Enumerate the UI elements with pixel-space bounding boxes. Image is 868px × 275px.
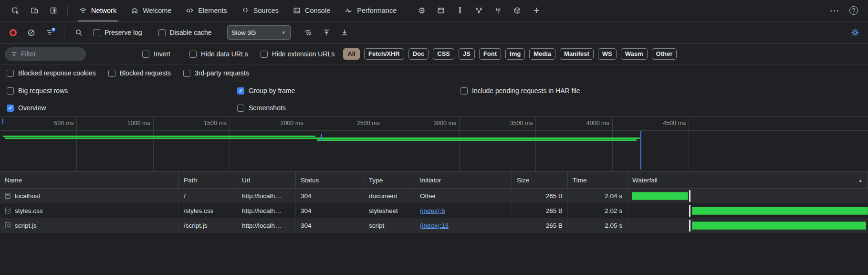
- chevron-down-icon: ▼: [282, 30, 285, 35]
- inspect-element-button[interactable]: [6, 2, 25, 19]
- overview-request-bar: [3, 136, 315, 137]
- overview-tick-label: 3500 ms: [510, 120, 533, 127]
- network-settings-button[interactable]: [851, 28, 859, 37]
- request-type-filters: All Fetch/XHR Doc CSS JS Font Img Media …: [343, 48, 677, 60]
- tab-sources[interactable]: Sources: [234, 0, 286, 21]
- checkbox-big-request-rows[interactable]: Big request rows: [7, 82, 68, 99]
- checkbox-label: Screenshots: [249, 104, 286, 112]
- tab-welcome[interactable]: Welcome: [124, 0, 178, 21]
- filter-input-pill: [5, 47, 86, 61]
- overview-tick-label: 2500 ms: [357, 120, 380, 127]
- overview-tick-label: 1500 ms: [204, 120, 227, 127]
- requests-table-header: Name Path Url Status Type Initiator Size…: [0, 172, 868, 189]
- help-button[interactable]: ?: [844, 2, 863, 19]
- cpu-tool-button[interactable]: [412, 2, 431, 19]
- overview-gridline: [459, 117, 460, 171]
- checkbox-disable-cache[interactable]: Disable cache: [158, 29, 212, 36]
- checkbox-include-pending-har[interactable]: Include pending requests in HAR file: [460, 82, 580, 99]
- tab-elements[interactable]: Elements: [178, 0, 234, 21]
- filter-type-doc[interactable]: Doc: [408, 48, 429, 60]
- checkbox-box: [183, 70, 190, 77]
- waterfall-bar[interactable]: [632, 192, 688, 200]
- app-window-icon: [437, 7, 445, 14]
- request-name-cell: localhost: [0, 189, 179, 203]
- export-har-button[interactable]: [341, 29, 348, 36]
- time-cell: 2.02 s: [568, 203, 627, 218]
- network-conditions-button[interactable]: [304, 29, 312, 36]
- record-network-log-button[interactable]: [10, 29, 17, 36]
- column-header-initiator[interactable]: Initiator: [415, 172, 512, 188]
- filter-input[interactable]: [21, 50, 80, 58]
- waterfall-cell[interactable]: [627, 189, 868, 203]
- waterfall-cell[interactable]: [627, 203, 868, 218]
- filter-type-manifest[interactable]: Manifest: [560, 48, 594, 60]
- filter-type-img[interactable]: Img: [505, 48, 525, 60]
- checkbox-blocked-response-cookies[interactable]: Blocked response cookies: [7, 69, 96, 77]
- filter-type-wasm[interactable]: Wasm: [621, 48, 648, 60]
- initiator-link[interactable]: (index):13: [420, 222, 449, 229]
- table-row-styles-css[interactable]: styles.css /styles.css http://localh… 30…: [0, 203, 868, 218]
- tab-performance[interactable]: Performance: [337, 0, 404, 21]
- overview-tick-label: 4000 ms: [586, 120, 609, 127]
- column-header-url[interactable]: Url: [237, 172, 296, 188]
- checkbox-blocked-requests[interactable]: Blocked requests: [108, 69, 171, 77]
- table-row-localhost[interactable]: localhost / http://localh… 304 document …: [0, 189, 868, 203]
- more-tools-button[interactable]: +: [527, 2, 546, 19]
- filter-type-fetch-xhr[interactable]: Fetch/XHR: [364, 48, 404, 60]
- clear-network-log-button[interactable]: [27, 29, 35, 37]
- filter-type-other[interactable]: Other: [652, 48, 677, 60]
- request-name: script.js: [15, 222, 37, 229]
- column-header-name[interactable]: Name: [0, 172, 179, 188]
- tab-console[interactable]: Console: [286, 0, 337, 21]
- waterfall-bar[interactable]: [692, 222, 866, 230]
- broadcast-tool-button[interactable]: [489, 2, 508, 19]
- customize-devtools-button[interactable]: ⋯: [825, 2, 844, 19]
- checkbox-screenshots[interactable]: Screenshots: [237, 99, 286, 116]
- stylesheet-icon: [4, 207, 11, 214]
- checkbox-3rd-party-requests[interactable]: 3rd-party requests: [183, 69, 249, 77]
- tab-network[interactable]: Network: [72, 0, 124, 21]
- application-tool-button[interactable]: [431, 2, 450, 19]
- filter-type-js[interactable]: JS: [459, 48, 475, 60]
- filter-type-ws[interactable]: WS: [598, 48, 617, 60]
- column-header-status[interactable]: Status: [296, 172, 364, 188]
- filter-toggle-button[interactable]: ✕: [46, 29, 53, 36]
- memory-tool-button[interactable]: [450, 2, 470, 19]
- waterfall-cell[interactable]: [627, 218, 868, 233]
- export-arrow-icon: [341, 29, 348, 36]
- filter-type-css[interactable]: CSS: [433, 48, 454, 60]
- column-header-path[interactable]: Path: [179, 172, 237, 188]
- request-name: styles.css: [15, 207, 43, 214]
- network-overview-timeline[interactable]: 500 ms1000 ms1500 ms2000 ms2500 ms3000 m…: [0, 117, 868, 172]
- checkbox-hide-data-urls[interactable]: Hide data URLs: [189, 50, 248, 58]
- overview-tick-label: 4500 ms: [663, 120, 686, 127]
- initiator-link[interactable]: (index):6: [420, 207, 445, 214]
- import-har-button[interactable]: [323, 29, 330, 36]
- curly-braces-icon: [241, 7, 249, 14]
- checkbox-overview[interactable]: Overview: [7, 99, 46, 116]
- throttling-select[interactable]: Slow 3G ▼: [227, 25, 291, 40]
- search-button[interactable]: [75, 29, 83, 36]
- detached-elements-tool-button[interactable]: [470, 2, 489, 19]
- device-toolbar-button[interactable]: [25, 2, 44, 19]
- column-header-size[interactable]: Size: [512, 172, 568, 188]
- column-header-time[interactable]: Time: [568, 172, 627, 188]
- waterfall-bar[interactable]: [692, 207, 868, 215]
- status-cell: 304: [296, 189, 364, 203]
- checkbox-invert[interactable]: Invert: [142, 50, 170, 58]
- devtools-window: Network Welcome Elements Sources Console: [0, 0, 868, 275]
- checkbox-preserve-log[interactable]: Preserve log: [93, 29, 142, 36]
- dock-side-button[interactable]: [44, 2, 63, 19]
- filter-type-all[interactable]: All: [343, 48, 360, 60]
- view-3d-tool-button[interactable]: [508, 2, 527, 19]
- column-header-waterfall[interactable]: Waterfall ▲: [627, 172, 868, 188]
- filter-type-font[interactable]: Font: [479, 48, 501, 60]
- overview-gridline: [76, 117, 77, 171]
- column-header-type[interactable]: Type: [364, 172, 415, 188]
- table-row-script-js[interactable]: script.js /script.js http://localh… 304 …: [0, 218, 868, 233]
- node-graph-icon: [475, 7, 483, 14]
- filter-type-media[interactable]: Media: [529, 48, 555, 60]
- checkbox-group-by-frame[interactable]: Group by frame: [237, 82, 295, 99]
- checkbox-label: Overview: [18, 104, 46, 112]
- checkbox-hide-extension-urls[interactable]: Hide extension URLs: [261, 50, 335, 58]
